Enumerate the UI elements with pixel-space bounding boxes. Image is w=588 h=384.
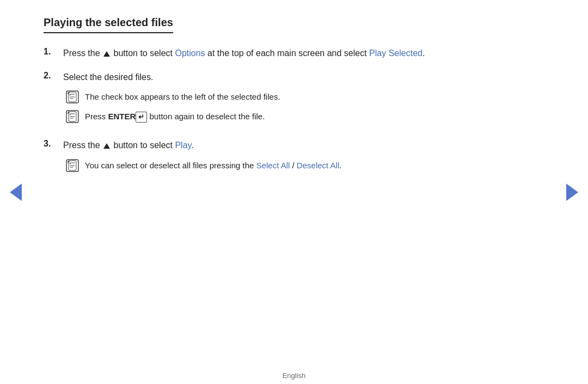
step-1-content: Press the button to select Options at th… [63,46,544,60]
step-3-content: Press the button to select Play. [63,138,544,178]
step-3-notes: You can select or deselect all files pre… [63,158,544,173]
step-2-number: 2. [44,70,63,81]
note-2-2: Press ENTER↵ button again to deselect th… [63,109,544,124]
nav-arrow-left[interactable] [10,184,22,201]
note-3-1-text: You can select or deselect all files pre… [85,158,341,172]
step-3: 3. Press the button to select Play. [44,138,544,178]
triangle-up-icon-1 [103,51,110,57]
step-2: 2. Select the desired files. [44,70,544,129]
svg-point-1 [68,92,70,94]
play-link: Play [175,141,191,150]
note-2-1-text: The check box appears to the left of the… [85,89,280,103]
step-2-content: Select the desired files. [63,70,544,129]
options-link: Options [175,48,205,58]
nav-arrow-right[interactable] [566,184,578,201]
step-3-number: 3. [44,138,63,149]
svg-point-5 [68,160,70,162]
svg-point-3 [68,112,70,113]
step-2-text: Select the desired files. [63,72,153,82]
step-1-number: 1. [44,46,63,57]
step-3-text: Press the button to select Play. [63,141,194,150]
deselect-all-link: Deselect All [297,161,339,170]
note-icon-2-1 [63,89,82,105]
triangle-up-icon-3 [103,143,110,149]
enter-key-symbol: ↵ [136,112,147,123]
footer-language: English [0,371,588,380]
main-content: Playing the selected files 1. Press the … [0,0,588,368]
note-2-1: The check box appears to the left of the… [63,89,544,105]
steps-list: 1. Press the button to select Options at… [44,46,544,178]
step-1: 1. Press the button to select Options at… [44,46,544,60]
page-title: Playing the selected files [44,16,173,33]
step-1-text: Press the button to select Options at th… [63,48,425,58]
select-all-link: Select All [256,161,290,170]
note-2-2-text: Press ENTER↵ button again to deselect th… [85,109,265,123]
note-3-1: You can select or deselect all files pre… [63,158,544,173]
enter-bold: ENTER [108,112,136,121]
step-2-notes: The check box appears to the left of the… [63,89,544,124]
note-icon-2-2 [63,109,82,124]
play-selected-link: Play Selected [369,48,422,58]
note-icon-3-1 [63,158,82,173]
